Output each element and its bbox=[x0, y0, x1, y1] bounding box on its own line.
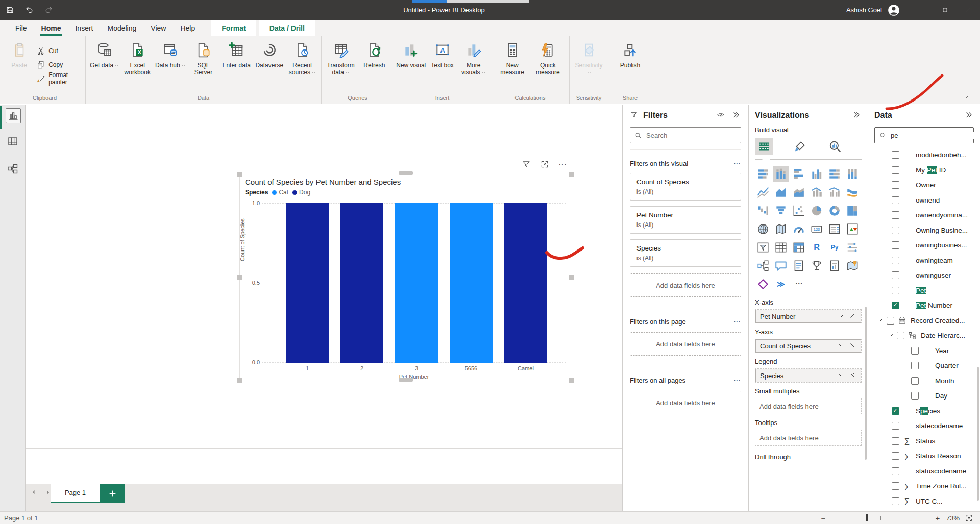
ribbon-button-transform-data[interactable]: Transform data bbox=[326, 39, 356, 88]
add-page-button[interactable] bbox=[100, 484, 125, 503]
close-button[interactable] bbox=[957, 0, 980, 20]
ribbon-button-new-visual[interactable]: New visual bbox=[396, 39, 426, 88]
field-checkbox[interactable] bbox=[892, 437, 899, 445]
ribbon-button-refresh[interactable]: Refresh bbox=[359, 39, 389, 88]
page-tab[interactable]: Page 1 bbox=[51, 484, 100, 503]
add-data-fields-dropzone[interactable]: Add data fields here bbox=[630, 391, 741, 414]
maximize-button[interactable] bbox=[933, 0, 957, 20]
collapse-filters-icon[interactable] bbox=[732, 111, 741, 120]
bar-1[interactable] bbox=[286, 203, 329, 363]
decomposition-tree-icon[interactable] bbox=[755, 258, 771, 274]
chevron-down-icon[interactable] bbox=[838, 372, 845, 379]
card-icon[interactable]: 123 bbox=[808, 221, 825, 237]
menu-tab-help[interactable]: Help bbox=[173, 20, 202, 36]
collapse-data-icon[interactable] bbox=[965, 111, 974, 120]
ribbon-button-dataverse[interactable]: Dataverse bbox=[254, 39, 285, 88]
field-checkbox[interactable] bbox=[892, 196, 899, 204]
bar-camel[interactable] bbox=[504, 203, 547, 363]
paginated-report-icon[interactable] bbox=[826, 258, 843, 274]
selection-handle[interactable] bbox=[237, 275, 242, 280]
line-chart-icon[interactable] bbox=[755, 184, 771, 201]
drag-handle[interactable] bbox=[399, 171, 413, 175]
pie-chart-icon[interactable] bbox=[808, 203, 825, 219]
field-row-statecodename[interactable]: statecodename bbox=[868, 418, 980, 434]
power-automate-icon[interactable]: ≫ bbox=[773, 276, 789, 292]
bar-3[interactable] bbox=[395, 203, 438, 363]
filled-map-icon[interactable] bbox=[773, 221, 789, 237]
ribbon-button-enter-data[interactable]: Enter data bbox=[221, 39, 252, 88]
add-data-fields-dropzone[interactable]: Add data fields here bbox=[630, 332, 741, 356]
field-row-owninguser[interactable]: owninguser bbox=[868, 268, 980, 283]
data-search-input[interactable] bbox=[891, 132, 980, 139]
remove-field-icon[interactable] bbox=[849, 342, 856, 350]
field-row-record-created[interactable]: Record Created... bbox=[868, 313, 980, 329]
user-name[interactable]: Ashish Goel bbox=[846, 6, 882, 14]
gauge-icon[interactable] bbox=[791, 221, 807, 237]
bar-chart-visual[interactable]: Count of Species by Pet Number and Speci… bbox=[239, 174, 571, 380]
data-pane-scrollbar[interactable] bbox=[977, 367, 979, 501]
field-checkbox[interactable] bbox=[892, 302, 899, 309]
menu-tab-home[interactable]: Home bbox=[34, 20, 68, 36]
data-search[interactable] bbox=[874, 127, 974, 143]
clustered-column-chart-icon[interactable] bbox=[808, 166, 825, 182]
selection-handle[interactable] bbox=[569, 275, 574, 280]
drag-handle[interactable] bbox=[399, 378, 413, 382]
avatar[interactable] bbox=[887, 4, 900, 17]
field-row-month[interactable]: Month bbox=[868, 373, 980, 389]
field-chip-species[interactable]: Species bbox=[755, 369, 861, 382]
focus-mode-icon[interactable] bbox=[540, 160, 550, 170]
matrix-icon[interactable] bbox=[791, 239, 807, 256]
ribbon-button-quick-measure[interactable]: Quick measure bbox=[532, 39, 563, 88]
field-row-pet-number[interactable]: Pet Number bbox=[868, 298, 980, 313]
ribbon-button-more-visuals[interactable]: More visuals bbox=[458, 39, 489, 88]
field-row-statuscodename[interactable]: statuscodename bbox=[868, 464, 980, 479]
sidebar-item-data-view[interactable] bbox=[6, 134, 21, 149]
menu-tab-view[interactable]: View bbox=[143, 20, 173, 36]
field-checkbox[interactable] bbox=[892, 211, 899, 219]
field-row-time-zone-rul[interactable]: ∑Time Zone Rul... bbox=[868, 479, 980, 494]
100-stacked-column-chart-icon[interactable] bbox=[844, 166, 861, 182]
field-checkbox[interactable] bbox=[892, 467, 899, 475]
azure-map-icon[interactable] bbox=[844, 258, 861, 274]
field-checkbox[interactable] bbox=[892, 151, 899, 159]
funnel-chart-icon[interactable] bbox=[773, 203, 789, 219]
zoom-out-button[interactable]: − bbox=[820, 514, 827, 522]
table-icon[interactable] bbox=[773, 239, 789, 256]
field-row-owning-busine[interactable]: Owning Busine... bbox=[868, 223, 980, 238]
stacked-area-chart-icon[interactable] bbox=[791, 184, 807, 201]
ribbon-button-recent-sources[interactable]: Recent sources bbox=[287, 39, 317, 88]
bar-2[interactable] bbox=[340, 203, 383, 363]
sidebar-item-model-view[interactable] bbox=[6, 162, 21, 177]
field-row-modifiedonbeh[interactable]: modifiedonbeh... bbox=[868, 147, 980, 163]
save-icon[interactable] bbox=[0, 0, 19, 20]
ribbon-button-text-box[interactable]: AText box bbox=[427, 39, 458, 88]
filters-search-input[interactable] bbox=[646, 132, 737, 139]
minimize-button[interactable] bbox=[910, 0, 933, 20]
expand-chevron-icon[interactable] bbox=[877, 317, 885, 324]
selection-handle[interactable] bbox=[237, 172, 242, 177]
field-checkbox[interactable] bbox=[911, 362, 919, 369]
scatter-chart-icon[interactable] bbox=[791, 203, 807, 219]
field-checkbox[interactable] bbox=[892, 181, 899, 189]
bar-5656[interactable] bbox=[450, 203, 493, 363]
field-checkbox[interactable] bbox=[892, 227, 899, 234]
field-checkbox[interactable] bbox=[892, 271, 899, 279]
field-checkbox[interactable] bbox=[911, 392, 919, 400]
remove-field-icon[interactable] bbox=[849, 313, 856, 320]
q-and-a-icon[interactable] bbox=[773, 258, 789, 274]
chevron-down-icon[interactable] bbox=[838, 313, 845, 320]
field-row-utc-c[interactable]: ∑UTC C... bbox=[868, 494, 980, 509]
field-checkbox[interactable] bbox=[892, 166, 899, 174]
field-chip-count-of-species[interactable]: Count of Species bbox=[755, 339, 861, 353]
selection-handle[interactable] bbox=[237, 378, 242, 383]
ribbon-button-get-data[interactable]: Get data bbox=[89, 39, 120, 88]
chevron-down-icon[interactable] bbox=[838, 342, 845, 350]
field-row-owner[interactable]: Owner bbox=[868, 178, 980, 193]
sidebar-item-report-view[interactable] bbox=[6, 108, 21, 123]
ribbon-button-publish[interactable]: Publish bbox=[615, 39, 646, 88]
field-row-status[interactable]: ∑Status bbox=[868, 434, 980, 449]
filter-card-pet-number[interactable]: Pet Numberis (All) bbox=[630, 206, 741, 234]
power-apps-icon[interactable] bbox=[755, 276, 771, 292]
field-row-status-reason[interactable]: ∑Status Reason bbox=[868, 448, 980, 464]
metrics-icon[interactable] bbox=[808, 258, 825, 274]
